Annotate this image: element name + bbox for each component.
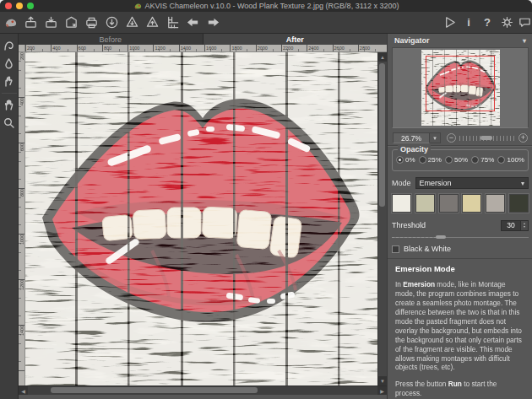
preferences-button[interactable] xyxy=(497,13,517,32)
smudge-tool[interactable] xyxy=(1,73,18,89)
chameleon-brush-tool[interactable] xyxy=(1,37,18,54)
run-button[interactable] xyxy=(439,13,459,32)
hints-area: Emersion Mode In Emersion mode, like in … xyxy=(388,258,532,399)
blur-tool[interactable] xyxy=(1,55,18,72)
opacity-option-75[interactable]: 75% xyxy=(471,156,494,164)
help-button[interactable]: ? xyxy=(478,16,497,29)
threshold-slider[interactable] xyxy=(392,235,529,240)
navigator-title: Navigator xyxy=(394,36,430,45)
mode-select[interactable]: Emersion ▾ xyxy=(415,177,529,189)
zoom-dropdown-icon[interactable]: ▾ xyxy=(430,132,441,143)
window-title: AKVIS Chameleon v.10.0 - Wood Plank Text… xyxy=(0,2,532,10)
navigator-collapse-icon[interactable]: ▾ xyxy=(523,37,526,45)
scroll-up-icon[interactable]: ▲ xyxy=(378,52,387,62)
opacity-option-50[interactable]: 50% xyxy=(445,156,468,164)
zoom-window-button[interactable] xyxy=(27,3,34,9)
opacity-group: Opacity 0% 25% 50% 75% 100% xyxy=(392,149,529,171)
swatch-6[interactable] xyxy=(509,194,529,213)
opacity-option-0[interactable]: 0% xyxy=(396,156,415,164)
main-toolbar: i ? xyxy=(0,12,532,34)
image-canvas[interactable] xyxy=(25,52,377,386)
crop-tool-button[interactable] xyxy=(162,13,182,32)
mode-label: Mode xyxy=(392,179,411,187)
horizontal-ruler: 2004006008001000120014001600180020002200… xyxy=(25,45,377,52)
import-settings-button[interactable] xyxy=(61,13,81,32)
open-image-button[interactable] xyxy=(20,13,41,32)
save-image-button[interactable] xyxy=(41,13,61,32)
hints-heading: Emersion Mode xyxy=(395,264,525,273)
zoom-in-button[interactable]: + xyxy=(518,133,528,143)
scroll-down-icon[interactable]: ▼ xyxy=(378,376,387,386)
black-white-checkbox[interactable]: Black & White xyxy=(392,245,451,253)
threshold-label: Threshold xyxy=(392,221,501,229)
swatch-3[interactable] xyxy=(439,194,459,213)
undo-button[interactable] xyxy=(182,13,203,32)
opacity-label: Opacity xyxy=(398,145,431,154)
tool-column xyxy=(0,34,19,399)
swatch-2[interactable] xyxy=(415,194,435,213)
zoom-value[interactable]: 26.7% xyxy=(393,132,430,143)
zoom-slider-thumb[interactable] xyxy=(480,136,492,140)
mode-dropdown-icon: ▾ xyxy=(521,180,524,187)
vertical-scroll-thumb[interactable] xyxy=(379,63,385,207)
swatch-1[interactable] xyxy=(392,194,411,213)
horizontal-scroll-thumb[interactable] xyxy=(51,387,258,393)
tab-before[interactable]: Before xyxy=(19,34,204,45)
opacity-option-25[interactable]: 25% xyxy=(419,156,442,164)
hand-tool[interactable] xyxy=(1,96,18,113)
share-button[interactable] xyxy=(101,13,122,32)
hints-paragraph: In Emersion mode, like in Montage mode, … xyxy=(395,280,525,372)
threshold-value[interactable]: 30 xyxy=(501,220,521,231)
chameleon-app-icon xyxy=(133,2,142,10)
save-preset-button[interactable] xyxy=(142,13,162,32)
swatch-4[interactable] xyxy=(462,194,481,213)
load-preset-button[interactable] xyxy=(122,13,142,32)
redo-button[interactable] xyxy=(203,13,223,32)
checkbox-box[interactable] xyxy=(392,245,399,253)
feedback-button[interactable] xyxy=(517,13,532,32)
view-tabs: Before After xyxy=(19,34,387,45)
ruler-corner xyxy=(19,45,25,52)
vertical-ruler: 200400600800100012001400 xyxy=(19,52,25,386)
app-window: AKVIS Chameleon v.10.0 - Wood Plank Text… xyxy=(0,0,532,399)
opacity-option-100[interactable]: 100% xyxy=(497,156,524,164)
print-button[interactable] xyxy=(81,13,101,32)
minimize-window-button[interactable] xyxy=(16,3,23,9)
scroll-left-icon[interactable]: ◀ xyxy=(19,386,28,395)
zoom-out-button[interactable]: − xyxy=(447,133,456,143)
title-bar[interactable]: AKVIS Chameleon v.10.0 - Wood Plank Text… xyxy=(0,0,532,12)
swatch-5[interactable] xyxy=(486,194,505,213)
threshold-spinner[interactable]: ▴▾ xyxy=(521,220,529,231)
tool-separator xyxy=(2,93,17,94)
ruler-end xyxy=(377,45,387,52)
info-button[interactable]: i xyxy=(459,16,478,29)
tab-after[interactable]: After xyxy=(204,34,388,45)
navigator-thumbnail xyxy=(421,50,500,126)
zoom-slider[interactable] xyxy=(459,134,515,142)
bottom-strip xyxy=(19,395,387,399)
zoom-tool[interactable] xyxy=(1,114,18,131)
color-swatches xyxy=(392,194,529,213)
threshold-slider-thumb[interactable] xyxy=(436,235,446,239)
navigator-view-frame[interactable] xyxy=(426,56,495,111)
scroll-right-icon[interactable]: ▶ xyxy=(377,386,387,395)
hints-run-note: Press the button Run to start the proces… xyxy=(395,380,525,398)
settings-panel: Navigator ▾ 26.7% ▾ − + Opacity 0% 25% 5… xyxy=(387,34,532,399)
navigator-preview[interactable] xyxy=(392,47,529,128)
chameleon-logo-icon xyxy=(0,13,20,32)
close-window-button[interactable] xyxy=(5,3,12,9)
